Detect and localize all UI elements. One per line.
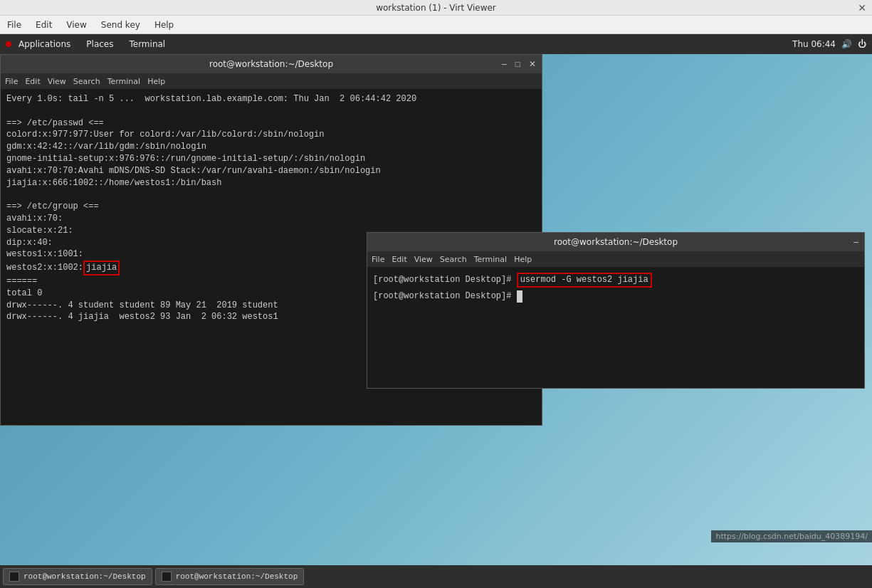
terminal1-minimize[interactable]: – [499, 59, 510, 69]
terminal1-menubar: File Edit View Search Terminal Help [1, 73, 542, 89]
terminal1-close[interactable]: ✕ [526, 59, 539, 69]
menu-file[interactable]: File [4, 19, 24, 31]
term1-line-passwd-header: ==> /etc/passwd <== [6, 117, 536, 130]
term1-line-avahi: avahi:x:70:70:Avahi mDNS/DNS-SD Stack:/v… [6, 165, 536, 177]
terminal2-minimize[interactable]: – [851, 237, 861, 247]
taskbar-label-1: root@workstation:~/Desktop [23, 572, 146, 581]
terminal2-body[interactable]: [root@workstation Desktop]# usermod -G w… [367, 267, 864, 388]
t1-menu-view[interactable]: View [48, 77, 66, 86]
taskbar: root@workstation:~/Desktop root@workstat… [0, 565, 872, 588]
panel-places[interactable]: Places [82, 38, 117, 51]
terminal1-maximize[interactable]: □ [513, 59, 523, 69]
t2-menu-file[interactable]: File [372, 255, 384, 264]
terminal2-controls: – [851, 237, 861, 247]
gnome-desktop: root@workstation:~/Desktop – □ ✕ File Ed… [0, 54, 872, 565]
terminal2-menubar: File Edit View Search Terminal Help [367, 251, 864, 267]
t2-menu-help[interactable]: Help [514, 255, 532, 264]
menu-view[interactable]: View [63, 19, 89, 31]
panel-volume-icon: 🔊 [841, 39, 852, 49]
term2-line2: [root@workstation Desktop]# [373, 290, 858, 303]
taskbar-icon-1 [9, 572, 19, 582]
terminal2-titlebar: root@workstation:~/Desktop – [367, 233, 864, 251]
terminal1-titlebar: root@workstation:~/Desktop – □ ✕ [1, 55, 542, 73]
term1-avahi-group: avahi:x:70: [6, 213, 536, 225]
virt-viewer-menubar: File Edit View Send key Help [0, 16, 872, 34]
taskbar-label-2: root@workstation:~/Desktop [176, 572, 298, 581]
terminal2-title: root@workstation:~/Desktop [554, 237, 678, 247]
taskbar-icon-2 [162, 572, 172, 582]
term1-line-gdm: gdm:x:42:42::/var/lib/gdm:/sbin/nologin [6, 141, 536, 153]
menu-edit[interactable]: Edit [33, 19, 55, 31]
term2-line1: [root@workstation Desktop]# usermod -G w… [373, 273, 858, 288]
menu-sendkey[interactable]: Send key [98, 19, 143, 31]
gnome-logo [6, 41, 11, 47]
highlighted-jiajia: jiajia [83, 261, 120, 275]
panel-terminal[interactable]: Terminal [125, 38, 169, 51]
terminal1-controls: – □ ✕ [499, 59, 539, 69]
panel-applications[interactable]: Applications [14, 38, 75, 51]
taskbar-item-2[interactable]: root@workstation:~/Desktop [155, 568, 305, 585]
t1-menu-terminal[interactable]: Terminal [107, 77, 141, 86]
url-hint: https://blog.csdn.net/baidu_40389194/ [711, 530, 872, 542]
url-text: https://blog.csdn.net/baidu_40389194/ [715, 532, 868, 541]
panel-right-area: Thu 06:44 🔊 ⏻ [792, 39, 866, 49]
gnome-top-panel: Applications Places Terminal Thu 06:44 🔊… [0, 34, 872, 54]
term1-line-jiajia: jiajia:x:666:1002::/home/westos1:/bin/ba… [6, 177, 536, 189]
panel-clock: Thu 06:44 [792, 39, 836, 49]
highlighted-usermod-cmd: usermod -G westos2 jiajia [517, 273, 652, 288]
t1-menu-edit[interactable]: Edit [25, 77, 40, 86]
virt-viewer-titlebar: workstation (1) - Virt Viewer ✕ [0, 0, 872, 16]
menu-help[interactable]: Help [152, 19, 177, 31]
terminal-window-2: root@workstation:~/Desktop – File Edit V… [367, 232, 865, 389]
terminal1-title: root@workstation:~/Desktop [209, 59, 333, 69]
taskbar-item-1[interactable]: root@workstation:~/Desktop [3, 568, 152, 585]
term1-line-1: Every 1.0s: tail -n 5 ... workstation.la… [6, 93, 536, 105]
t2-menu-view[interactable]: View [414, 255, 433, 264]
panel-power-icon[interactable]: ⏻ [858, 39, 866, 49]
window-title: workstation (1) - Virt Viewer [376, 3, 496, 13]
term1-blank2 [6, 189, 536, 201]
t2-menu-terminal[interactable]: Terminal [474, 255, 508, 264]
term1-line-blank [6, 105, 536, 117]
t2-menu-search[interactable]: Search [440, 255, 467, 264]
t1-menu-search[interactable]: Search [73, 77, 100, 86]
term1-line-gnome: gnome-initial-setup:x:976:976::/run/gnom… [6, 153, 536, 165]
term1-group-header: ==> /etc/group <== [6, 201, 536, 213]
panel-apps-area: Applications [6, 38, 75, 51]
t1-menu-file[interactable]: File [5, 77, 18, 86]
window-close-button[interactable]: ✕ [858, 2, 866, 14]
t2-menu-edit[interactable]: Edit [392, 255, 406, 264]
t1-menu-help[interactable]: Help [147, 77, 165, 86]
term1-line-colord: colord:x:977:977:User for colord:/var/li… [6, 129, 536, 141]
